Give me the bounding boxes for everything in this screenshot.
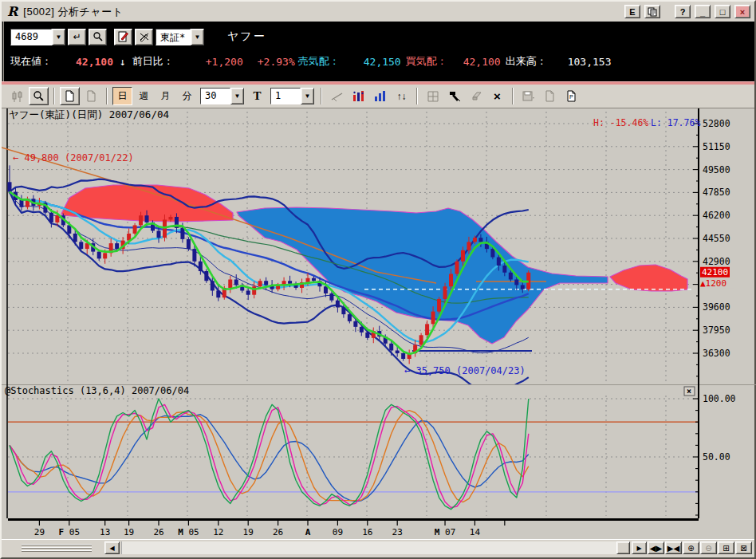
clear-all-button[interactable]: ×	[487, 87, 507, 105]
x-axis: 29F 05131926M 05121926A091623M 0714	[2, 518, 754, 539]
svg-text:29: 29	[34, 527, 45, 537]
svg-text:@Stochastics (13,6,4) 2007/06/: @Stochastics (13,6,4) 2007/06/04	[5, 385, 189, 396]
zoom-select-button[interactable]	[29, 87, 49, 105]
close-stoch-button[interactable]: ×	[684, 387, 695, 396]
period-week-button[interactable]: 週	[134, 87, 154, 105]
settings-tool-button[interactable]	[444, 87, 464, 105]
ask-value: 42,150	[364, 56, 401, 68]
scrollbar-track[interactable]	[121, 541, 630, 554]
scrollbar-thumb[interactable]	[616, 541, 630, 554]
volume-bars-button[interactable]	[370, 87, 390, 105]
trendline-tool-icon[interactable]	[327, 87, 347, 105]
window-title: [5002] 分析チャート	[23, 5, 123, 19]
svg-text:47850: 47850	[703, 187, 730, 198]
stochastics-panel[interactable]: 100.0050.00@Stochastics (13,6,4) 2007/06…	[2, 384, 754, 518]
memo-edit-button[interactable]	[114, 29, 132, 45]
magnifier-arrow-icon	[33, 90, 45, 103]
analysis-chart-window: R [5002] 分析チャート E ? _ □ × 4689 ▼ ↵	[0, 0, 756, 559]
chevron-down-icon[interactable]: ▼	[301, 88, 314, 104]
svg-text:← 35,750 (2007/04/23): ← 35,750 (2007/04/23)	[404, 365, 526, 376]
period-minute-button[interactable]: 分	[177, 87, 197, 105]
title-bar: R [5002] 分析チャート E ? _ □ ×	[2, 2, 754, 22]
exchange-combo[interactable]: 東証* ▼	[156, 29, 204, 45]
svg-text:P: P	[569, 94, 573, 100]
svg-text:19: 19	[243, 527, 254, 537]
draw-off-button[interactable]	[135, 29, 153, 45]
period-day-button[interactable]: 日	[112, 87, 132, 105]
tick-direction-icon: ↓	[120, 56, 126, 68]
hammer-icon	[448, 90, 461, 102]
svg-text:A: A	[305, 527, 311, 537]
app-logo-icon: R	[6, 6, 19, 18]
collapse-horizontal-button[interactable]: ▶◀	[665, 541, 682, 554]
svg-text:L: 17.76%: L: 17.76%	[651, 117, 700, 128]
external-link-button[interactable]: E	[624, 5, 640, 18]
resize-grip[interactable]	[22, 544, 92, 552]
svg-text:14: 14	[470, 527, 481, 537]
print-setup-button[interactable]: P	[561, 87, 581, 105]
volume-label: 出来高：	[506, 54, 547, 69]
symbol-code-combo[interactable]: 4689 ▼	[10, 29, 65, 45]
maximize-button[interactable]: □	[715, 5, 730, 18]
scroll-right-button[interactable]: ▶	[632, 541, 647, 554]
svg-text:23: 23	[392, 527, 403, 537]
text-tool-button[interactable]: T	[247, 87, 267, 105]
enter-button[interactable]: ↵	[68, 29, 86, 45]
symbol-search-button[interactable]	[89, 29, 107, 45]
help-button[interactable]: ?	[675, 5, 691, 18]
grid-toggle-button[interactable]	[423, 87, 443, 105]
zoom-out-button[interactable]: ⊖	[700, 541, 717, 554]
main-chart[interactable]: ← 49,800 (2007/01/22)← 35,750 (2007/04/2…	[2, 108, 756, 385]
eraser-button[interactable]	[466, 87, 486, 105]
svg-text:▲1200: ▲1200	[700, 278, 726, 289]
bottom-scrollbar: ◀ ▶ ◀▶ ▶◀ ⊕ ⊖ ⊞ ⊠	[2, 539, 754, 556]
svg-text:16: 16	[362, 527, 372, 537]
grid-view-button[interactable]: ⊞	[718, 541, 734, 554]
candles-icon	[11, 90, 23, 103]
new-page-button[interactable]	[60, 87, 80, 105]
copy-page-button[interactable]	[81, 87, 101, 105]
chart-toolbar: 日 週 月 分 30 ▼ T 1 ▼ ↑↓	[2, 85, 754, 108]
minute-interval-combo[interactable]: 30 ▼	[200, 88, 244, 104]
svg-text:46200: 46200	[703, 210, 730, 221]
print-page-button[interactable]	[540, 87, 560, 105]
page-icon	[65, 90, 75, 102]
save-button[interactable]	[518, 87, 538, 105]
close-subpanel-button[interactable]: ⊠	[735, 541, 752, 554]
page-p-icon: P	[566, 90, 577, 102]
svg-text:09: 09	[333, 527, 343, 537]
scroll-left-button[interactable]: ◀	[104, 541, 120, 554]
period-month-button[interactable]: 月	[156, 87, 175, 105]
candlestick-mode-icon[interactable]	[7, 87, 27, 105]
svg-text:36300: 36300	[703, 348, 730, 359]
expand-horizontal-button[interactable]: ◀▶	[648, 541, 664, 554]
minute-interval-value[interactable]: 30	[200, 88, 230, 104]
symbol-code-value[interactable]: 4689	[10, 29, 52, 45]
symbol-name: ヤフー	[227, 30, 266, 44]
svg-text:44550: 44550	[703, 233, 730, 244]
svg-text:100.00: 100.00	[703, 393, 736, 404]
svg-text:39600: 39600	[703, 301, 730, 313]
volume-value: 103,153	[568, 56, 612, 68]
stochastics-chart[interactable]: 100.0050.00@Stochastics (13,6,4) 2007/06…	[2, 384, 756, 518]
chevron-down-icon[interactable]: ▼	[191, 29, 204, 45]
svg-text:← 49,800 (2007/01/22): ← 49,800 (2007/01/22)	[13, 152, 134, 163]
svg-text:49500: 49500	[703, 164, 730, 175]
copy-icon[interactable]	[644, 5, 660, 18]
bid-label: 買気配：	[406, 54, 447, 69]
indicator-overlay-button[interactable]	[348, 87, 368, 105]
minimize-button[interactable]: _	[695, 5, 711, 18]
svg-text:37950: 37950	[703, 325, 730, 336]
exchange-value[interactable]: 東証*	[156, 29, 191, 45]
edit-page-icon	[118, 31, 128, 42]
zoom-in-button[interactable]: ⊕	[683, 541, 699, 554]
line-width-combo[interactable]: 1 ▼	[270, 88, 314, 104]
chevron-down-icon[interactable]: ▼	[230, 88, 244, 104]
red-blue-bars-icon	[352, 90, 364, 102]
close-button[interactable]: ×	[734, 5, 750, 18]
line-width-value[interactable]: 1	[270, 88, 301, 104]
chevron-down-icon[interactable]: ▼	[52, 29, 65, 45]
svg-text:26: 26	[273, 527, 283, 537]
main-chart-panel[interactable]: ← 49,800 (2007/01/22)← 35,750 (2007/04/2…	[2, 108, 754, 384]
sort-updown-button[interactable]: ↑↓	[392, 87, 411, 105]
